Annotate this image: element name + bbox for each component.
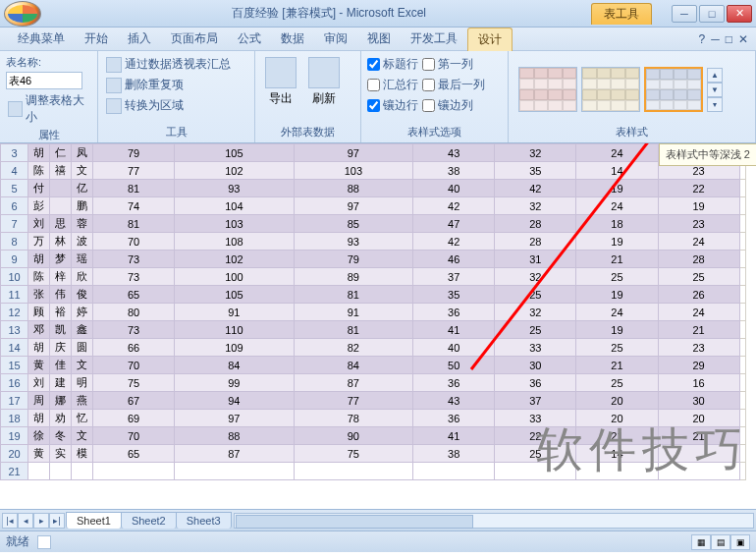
cell[interactable]: 思	[50, 215, 72, 233]
cell[interactable]: 81	[294, 286, 412, 304]
cell[interactable]: 佳	[50, 357, 72, 374]
cell[interactable]: 仁	[50, 144, 72, 162]
cell[interactable]: 冬	[50, 427, 72, 445]
cell[interactable]: 14	[576, 162, 658, 180]
cell[interactable]: 陈	[28, 162, 50, 180]
cell[interactable]: 102	[175, 162, 294, 180]
cell[interactable]: 110	[175, 321, 294, 339]
cell[interactable]: 28	[495, 233, 576, 251]
tab-nav-prev[interactable]: ◂	[18, 513, 33, 529]
cell[interactable]: 97	[294, 197, 412, 215]
cell[interactable]: 108	[175, 233, 294, 251]
table-style-1[interactable]	[518, 67, 577, 112]
cell[interactable]: 43	[413, 144, 495, 162]
cell[interactable]: 43	[413, 392, 495, 410]
tab-developer[interactable]: 开发工具	[401, 28, 467, 50]
cell[interactable]: 文	[72, 162, 93, 180]
cell[interactable]: 圆	[72, 339, 93, 357]
cell[interactable]: 文	[72, 357, 93, 374]
cell[interactable]: 74	[93, 197, 175, 215]
cell[interactable]: 瑶	[72, 251, 93, 268]
cell[interactable]: 顾	[28, 304, 50, 321]
cell[interactable]: 79	[294, 251, 412, 268]
tab-formula[interactable]: 公式	[228, 28, 271, 50]
cell[interactable]: 刘	[28, 374, 50, 392]
cell[interactable]: 38	[413, 162, 495, 180]
cell[interactable]: 65	[93, 445, 175, 463]
cell[interactable]: 21	[658, 321, 739, 339]
context-tab-table-tools[interactable]: 表工具	[591, 3, 652, 25]
minimize-button[interactable]: ─	[672, 5, 697, 23]
cell[interactable]: 73	[93, 268, 175, 286]
cell[interactable]: 波	[72, 233, 93, 251]
tab-classic[interactable]: 经典菜单	[8, 28, 75, 50]
horizontal-scrollbar[interactable]	[234, 513, 754, 529]
cell[interactable]: 97	[175, 410, 294, 427]
gallery-more-button[interactable]: ▾	[707, 97, 723, 112]
row-header[interactable]: 4	[1, 162, 28, 180]
tab-view[interactable]: 视图	[357, 28, 401, 50]
cell[interactable]: 70	[93, 233, 175, 251]
cell[interactable]: 84	[175, 357, 294, 374]
cell[interactable]: 文	[72, 427, 93, 445]
cell[interactable]: 77	[294, 392, 412, 410]
export-button[interactable]: 导出	[261, 55, 300, 109]
cell[interactable]: 30	[495, 357, 576, 374]
cell[interactable]: 19	[576, 180, 658, 197]
cell[interactable]	[50, 180, 72, 197]
cell[interactable]: 36	[495, 374, 576, 392]
sheet-tab-2[interactable]: Sheet2	[121, 512, 177, 529]
cell[interactable]: 37	[413, 268, 495, 286]
cell[interactable]: 伟	[50, 286, 72, 304]
row-header[interactable]: 12	[1, 304, 28, 321]
cell[interactable]: 40	[413, 180, 495, 197]
table-row[interactable]: 9胡梦瑶731027946312128	[1, 251, 746, 268]
row-header[interactable]: 18	[1, 410, 28, 427]
cell[interactable]: 85	[294, 215, 412, 233]
table-row[interactable]: 14胡庆圆661098240332523	[1, 339, 746, 357]
cell[interactable]: 实	[50, 445, 72, 463]
table-row[interactable]: 16刘建明75998736362516	[1, 374, 746, 392]
cell[interactable]: 25	[576, 268, 658, 286]
cell[interactable]: 89	[294, 268, 412, 286]
cell[interactable]: 88	[294, 180, 412, 197]
cell[interactable]: 23	[658, 215, 739, 233]
cell[interactable]: 付	[28, 180, 50, 197]
cell[interactable]: 73	[93, 321, 175, 339]
cell[interactable]: 105	[175, 144, 294, 162]
table-row[interactable]: 15黄佳文70848450302129	[1, 357, 746, 374]
cell[interactable]: 燕	[72, 392, 93, 410]
cell[interactable]: 婷	[72, 304, 93, 321]
row-header[interactable]: 14	[1, 339, 28, 357]
table-row[interactable]: 13邓凯鑫731108141251921	[1, 321, 746, 339]
cell[interactable]: 24	[576, 197, 658, 215]
cell[interactable]: 99	[175, 374, 294, 392]
cell[interactable]: 黄	[28, 445, 50, 463]
row-header[interactable]: 9	[1, 251, 28, 268]
table-row[interactable]: 5付亿81938840421922	[1, 180, 746, 197]
qat-save-icon[interactable]	[49, 5, 67, 23]
cell[interactable]: 77	[93, 162, 175, 180]
cell[interactable]: 胡	[28, 410, 50, 427]
cell[interactable]: 42	[495, 180, 576, 197]
banded-col-check[interactable]: 镶边列	[422, 96, 485, 115]
cell[interactable]: 82	[294, 339, 412, 357]
tab-review[interactable]: 审阅	[314, 28, 357, 50]
row-header[interactable]: 5	[1, 180, 28, 197]
table-row[interactable]: 17周娜燕67947743372030	[1, 392, 746, 410]
cell[interactable]: 103	[175, 215, 294, 233]
row-header[interactable]: 6	[1, 197, 28, 215]
table-name-input[interactable]	[6, 72, 82, 89]
row-header[interactable]: 19	[1, 427, 28, 445]
cell[interactable]: 28	[658, 251, 739, 268]
cell[interactable]: 24	[658, 304, 739, 321]
cell[interactable]: 105	[175, 286, 294, 304]
cell[interactable]	[93, 463, 175, 480]
cell[interactable]: 28	[495, 215, 576, 233]
row-header[interactable]: 10	[1, 268, 28, 286]
table-row[interactable]: 11张伟俊651058135251926	[1, 286, 746, 304]
cell[interactable]: 21	[576, 357, 658, 374]
cell[interactable]: 41	[413, 427, 495, 445]
cell[interactable]: 黄	[28, 357, 50, 374]
office-button[interactable]	[4, 1, 41, 27]
